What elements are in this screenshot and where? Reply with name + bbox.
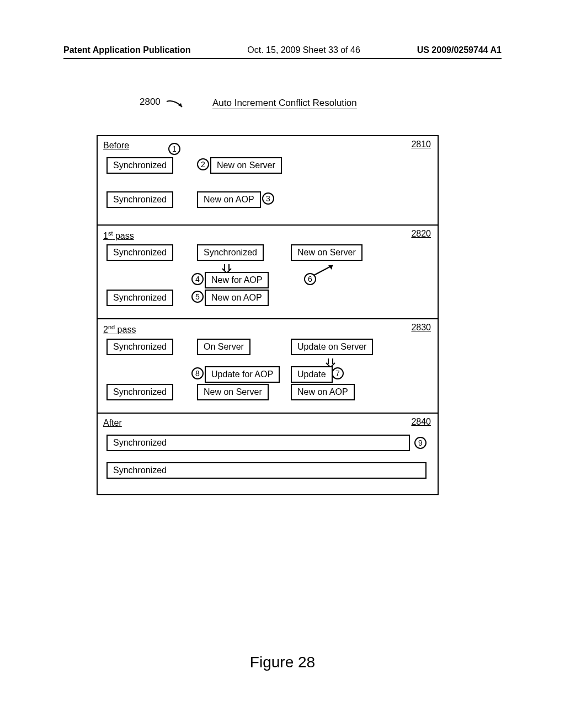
box-p1-r1c3: New on Server <box>291 244 363 261</box>
header-center: Oct. 15, 2009 Sheet 33 of 46 <box>247 45 360 55</box>
box-p2-r1c3: Update on Server <box>291 339 373 355</box>
pass2-mid: 8 Update for AOP Update 7 <box>103 361 432 384</box>
before-row1: 1 Synchronized 2 New on Server <box>103 154 432 188</box>
box-p1-r2c2: New on AOP <box>205 290 269 306</box>
pass1-mid: 4 New for AOP 6 <box>103 266 432 290</box>
after-row1: Synchronized 9 <box>103 431 432 459</box>
box-before-r2c2: New on AOP <box>197 191 261 208</box>
section-pass1: 1st pass 2820 Synchronized Synchronized … <box>98 224 438 318</box>
section-title-before: Before <box>103 141 432 151</box>
figure-number: 2800 <box>140 97 161 108</box>
box-after-r2: Synchronized <box>106 462 427 479</box>
pass2-prefix: 2 <box>103 325 108 335</box>
before-row2: Synchronized New on AOP 3 <box>103 188 432 216</box>
header-right: US 2009/0259744 A1 <box>417 45 502 55</box>
box-p2-r2c1: Synchronized <box>106 384 173 400</box>
diagram-container: Before 2810 1 Synchronized 2 New on Serv… <box>97 135 439 495</box>
callout-5: 5 <box>191 291 204 303</box>
box-p2-r2c3: New on AOP <box>291 384 355 400</box>
ref-before: 2810 <box>411 140 431 149</box>
pass1-row1: Synchronized Synchronized New on Server <box>103 244 432 266</box>
figure-title: Auto Increment Conflict Resolution <box>212 98 357 109</box>
figure-caption: Figure 28 <box>0 654 565 671</box>
box-p2-r2c2: New on Server <box>197 384 269 400</box>
pass1-prefix: 1 <box>103 231 108 240</box>
box-p1-mid-c2: New for AOP <box>205 272 269 288</box>
callout-1: 1 <box>168 143 180 155</box>
box-before-r1c1: Synchronized <box>106 157 173 174</box>
callout-2: 2 <box>197 158 209 170</box>
page-header: Patent Application Publication Oct. 15, … <box>63 45 502 55</box>
pass2-row2: Synchronized New on Server New on AOP <box>103 384 432 404</box>
box-p2-r1c2: On Server <box>197 339 250 355</box>
pass2-sup: nd <box>108 324 115 330</box>
section-pass2: 2nd pass 2830 Synchronized On Server Upd… <box>98 318 438 412</box>
box-p1-r1c1: Synchronized <box>106 244 173 261</box>
leader-arrow-icon <box>166 98 188 112</box>
box-before-r1c2: New on Server <box>210 157 282 174</box>
callout-4: 4 <box>191 273 204 285</box>
pass2-suffix: pass <box>115 325 136 335</box>
pass2-row1: Synchronized On Server Update on Server <box>103 339 432 361</box>
callout-8: 8 <box>191 367 204 379</box>
box-p1-r2c1: Synchronized <box>106 290 173 306</box>
section-title-pass1: 1st pass <box>103 230 432 241</box>
callout-3: 3 <box>262 192 274 205</box>
callout-7: 7 <box>332 367 344 379</box>
box-p2-mid-c2: Update for AOP <box>205 366 280 383</box>
section-title-pass2: 2nd pass <box>103 324 432 335</box>
pass1-row2: Synchronized 5 New on AOP <box>103 290 432 309</box>
section-title-after: After <box>103 418 432 428</box>
header-rule <box>63 58 502 59</box>
after-row2: Synchronized <box>103 459 432 483</box>
header-left: Patent Application Publication <box>63 45 191 55</box>
ref-pass2: 2830 <box>411 323 431 333</box>
box-after-r1: Synchronized <box>106 435 410 451</box>
box-p1-r1c2: Synchronized <box>197 244 264 261</box>
box-p2-mid-c3: Update <box>291 366 333 383</box>
pass1-suffix: pass <box>113 231 134 240</box>
box-before-r2c1: Synchronized <box>106 191 173 208</box>
callout-9: 9 <box>414 437 427 449</box>
ref-pass1: 2820 <box>411 229 431 239</box>
box-p2-r1c1: Synchronized <box>106 339 173 355</box>
ref-after: 2840 <box>411 417 431 427</box>
section-after: After 2840 Synchronized 9 Synchronized <box>98 413 438 494</box>
leader-6-arrow-icon <box>312 263 339 279</box>
section-before: Before 2810 1 Synchronized 2 New on Serv… <box>98 136 438 224</box>
